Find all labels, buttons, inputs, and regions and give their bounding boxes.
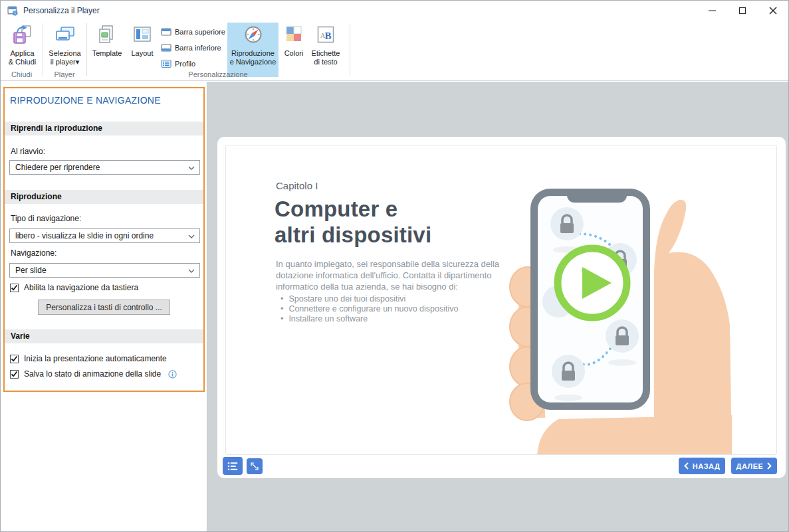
text-labels-icon: A B (315, 24, 336, 45)
close-icon (769, 7, 777, 15)
lock-icon (550, 207, 584, 240)
player-preview-area: Capitolo I Computer e altri dispositivi … (207, 82, 789, 532)
chevron-down-icon (188, 234, 195, 238)
nav-type-label: Tipo di navigazione: (11, 214, 81, 223)
checkbox-checked-icon (10, 284, 19, 292)
top-bar-icon (161, 27, 171, 37)
phone-notch (567, 189, 627, 203)
slide-body: In quanto impiegato, sei responsabile de… (276, 258, 510, 292)
player-preview-card: Capitolo I Computer e altri dispositivi … (217, 137, 786, 478)
list-item: Spostare uno dei tuoi dispositivi (281, 294, 458, 304)
navigation-label: Navigazione: (11, 248, 56, 258)
fullscreen-icon (250, 462, 259, 471)
ribbon: Applica & Chiudi Seleziona il player▾ Te… (1, 21, 788, 81)
panel-title: RIPRODUZIONE E NAVIGAZIONE (10, 95, 161, 106)
navigation-dropdown[interactable]: Per slide (9, 263, 200, 278)
group-label-customization: Personalizzazione (86, 70, 350, 78)
group-separator (43, 23, 43, 76)
settings-column: RIPRODUZIONE E NAVIGAZIONE Riprendi la r… (1, 82, 207, 532)
slide-kicker: Capitolo I (276, 180, 318, 191)
playback-navigation-button[interactable]: Riproduzione e Navigazione (227, 23, 279, 77)
back-button[interactable]: НАЗАД (679, 458, 725, 474)
close-button[interactable] (758, 1, 788, 21)
titlebar: Personalizza il Player (1, 1, 788, 21)
app-icon (7, 5, 19, 17)
section-playback-header: Riproduzione (5, 190, 203, 204)
toggle-top-bar[interactable]: Barra superiore (161, 25, 229, 39)
group-label-close: Chiudi (1, 70, 43, 78)
colors-icon (283, 24, 304, 45)
fullscreen-button[interactable] (247, 458, 263, 474)
phone-in-hand-illustration (505, 165, 771, 455)
customize-player-window: Personalizza il Player Applica & Chiudi (0, 0, 789, 532)
maximize-button[interactable] (727, 1, 758, 21)
window-title: Personalizza il Player (23, 6, 100, 15)
group-label-player: Player (43, 70, 86, 78)
toggle-bottom-bar[interactable]: Barra inferiore (161, 41, 229, 55)
outline-toc-button[interactable] (223, 457, 243, 475)
apply-close-button[interactable]: Applica & Chiudi (4, 23, 41, 77)
back-arrow-icon (684, 462, 689, 470)
list-item: Installare un software (281, 314, 458, 324)
slide-preview: Capitolo I Computer e altri dispositivi … (225, 145, 777, 455)
apply-save-icon (12, 24, 33, 45)
outline-list-icon (161, 58, 171, 69)
keyboard-navigation-checkbox[interactable]: Abilita la navigazione da tastiera (10, 282, 138, 293)
section-resume-header: Riprendi la riproduzione (5, 122, 203, 135)
group-separator (350, 23, 350, 76)
group-separator (86, 23, 87, 76)
checkbox-checked-icon (10, 355, 19, 363)
chevron-down-icon (188, 166, 195, 170)
monitor-icon (55, 24, 76, 45)
save-state-checkbox[interactable]: Salva lo stato di animazione della slide (10, 369, 177, 379)
restart-label: Al riavvio: (11, 147, 45, 156)
dropdown-caret: ▾ (76, 58, 80, 66)
section-misc-header: Varie (5, 329, 203, 343)
template-icon (96, 24, 118, 45)
text-labels-button[interactable]: A B Etichette di testo (308, 23, 343, 77)
toc-icon (227, 461, 239, 472)
restart-dropdown[interactable]: Chiedere per riprendere (9, 160, 200, 175)
svg-text:B: B (325, 31, 332, 41)
checkbox-checked-icon (10, 370, 19, 379)
layout-icon (132, 24, 153, 45)
slide-title: Computer e altri dispositivi (275, 196, 431, 248)
playback-navigation-panel: RIPRODUZIONE E NAVIGAZIONE Riprendi la r… (3, 87, 205, 392)
select-player-button[interactable]: Seleziona il player▾ (45, 23, 85, 77)
colors-button[interactable]: Colori (280, 23, 308, 77)
lock-icon (606, 319, 639, 353)
nav-type-dropdown[interactable]: libero - visualizza le sldie in ogni ord… (9, 228, 200, 243)
minimize-button[interactable] (697, 1, 727, 21)
customize-keys-button[interactable]: Personalizza i tasti di controllo ... (38, 300, 170, 315)
chevron-down-icon (188, 269, 195, 273)
toggle-outline[interactable]: Profilo (161, 56, 229, 71)
autostart-checkbox[interactable]: Inizia la presentazione automaticamente (10, 353, 167, 364)
template-button[interactable]: Template (89, 23, 125, 77)
list-item: Connettere e configurare un nuovo dispos… (281, 304, 458, 314)
compass-icon (243, 24, 264, 45)
next-button[interactable]: ДАЛЕЕ (731, 458, 777, 474)
next-arrow-icon (767, 462, 772, 470)
bottom-bar-icon (161, 43, 171, 53)
lock-icon (552, 355, 585, 388)
slide-bullet-list: Spostare uno dei tuoi dispositivi Connet… (281, 294, 458, 324)
info-icon[interactable] (168, 370, 177, 379)
layout-button[interactable]: Layout (126, 23, 158, 77)
play-button-icon (558, 248, 627, 317)
